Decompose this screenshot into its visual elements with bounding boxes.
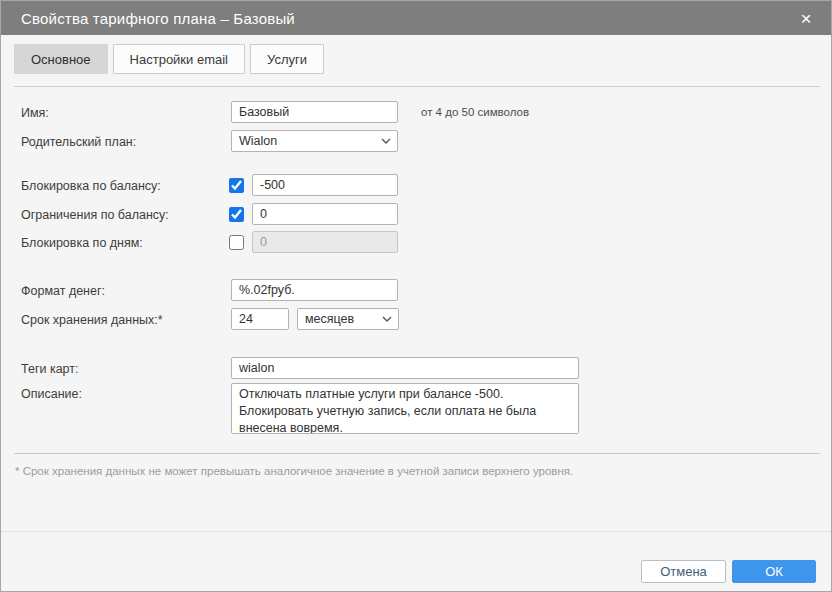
name-hint: от 4 до 50 символов: [421, 106, 529, 118]
dialog-title: Свойства тарифного плана – Базовый: [21, 10, 295, 27]
money-format-row: Формат денег:: [21, 279, 811, 303]
tab-services[interactable]: Услуги: [250, 44, 324, 74]
block-balance-label: Блокировка по балансу:: [21, 179, 161, 193]
tariff-plan-properties-dialog: Свойства тарифного плана – Базовый × Осн…: [0, 0, 832, 592]
description-row: Описание:: [21, 383, 811, 434]
tab-services-label: Услуги: [267, 52, 307, 67]
money-format-label: Формат денег:: [21, 284, 105, 298]
card-tags-row: Теги карт:: [21, 357, 811, 381]
block-balance-row: Блокировка по балансу:: [21, 174, 811, 198]
block-days-checkbox[interactable]: [229, 235, 244, 250]
name-row: Имя: от 4 до 50 символов: [21, 101, 811, 125]
tab-general[interactable]: Основное: [14, 44, 108, 74]
card-tags-label: Теги карт:: [21, 362, 78, 376]
footnote: * Срок хранения данных не может превышат…: [15, 465, 811, 477]
storage-period-input[interactable]: [231, 308, 289, 330]
content-divider: [14, 453, 820, 454]
limit-balance-label: Ограничения по балансу:: [21, 208, 169, 222]
limit-balance-row: Ограничения по балансу:: [21, 203, 811, 227]
name-input[interactable]: [231, 101, 398, 123]
storage-period-unit-select[interactable]: месяцев: [297, 308, 399, 330]
dialog-titlebar: Свойства тарифного плана – Базовый ×: [1, 1, 831, 35]
block-balance-checkbox[interactable]: [229, 178, 244, 193]
storage-period-label: Срок хранения данных:*: [21, 313, 163, 327]
limit-balance-input[interactable]: [252, 203, 398, 225]
name-label: Имя:: [21, 106, 49, 120]
block-balance-input[interactable]: [252, 174, 398, 196]
ok-button[interactable]: ОК: [732, 560, 816, 583]
tabs-divider: [14, 86, 820, 87]
close-icon[interactable]: ×: [795, 7, 817, 29]
storage-period-row: Срок хранения данных:* месяцев: [21, 308, 811, 332]
block-days-label: Блокировка по дням:: [21, 236, 143, 250]
tab-bar: Основное Настройки email Услуги: [14, 44, 324, 74]
description-textarea[interactable]: [231, 383, 579, 434]
cancel-button[interactable]: Отмена: [641, 560, 726, 583]
description-label: Описание:: [21, 387, 82, 401]
block-days-row: Блокировка по дням:: [21, 231, 811, 255]
parent-plan-select[interactable]: Wialon: [231, 130, 398, 152]
tab-email-settings-label: Настройки email: [130, 52, 228, 67]
tab-email-settings[interactable]: Настройки email: [113, 44, 245, 74]
parent-plan-label: Родительский план:: [21, 135, 136, 149]
limit-balance-checkbox[interactable]: [229, 207, 244, 222]
money-format-input[interactable]: [231, 279, 398, 301]
tab-general-label: Основное: [31, 52, 91, 67]
footer-divider: [1, 531, 831, 532]
block-days-input[interactable]: [252, 231, 398, 253]
parent-plan-row: Родительский план: Wialon: [21, 130, 811, 154]
card-tags-input[interactable]: [231, 357, 579, 379]
